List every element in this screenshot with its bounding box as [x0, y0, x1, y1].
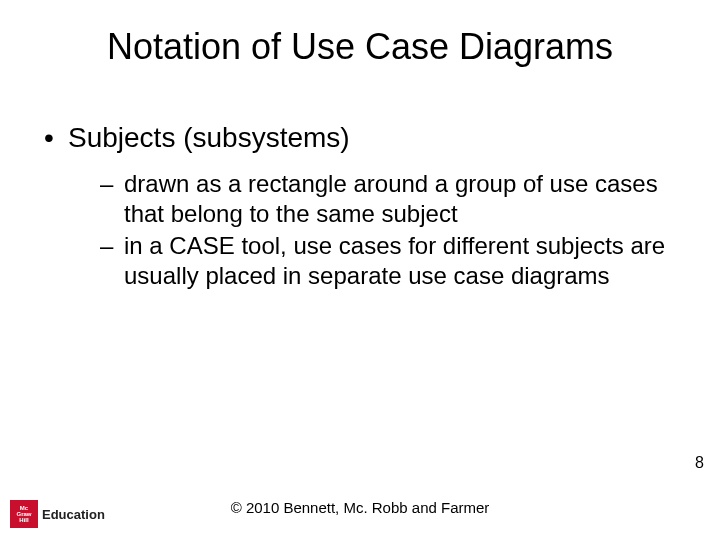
slide: Notation of Use Case Diagrams Subjects (… [0, 0, 720, 540]
slide-body: Subjects (subsystems) drawn as a rectang… [40, 120, 680, 301]
sub-bullet-case-tool: in a CASE tool, use cases for different … [100, 231, 680, 291]
sub-bullet-rectangle: drawn as a rectangle around a group of u… [100, 169, 680, 229]
publisher-logo: Mc Graw Hill Education [10, 500, 105, 528]
page-number: 8 [695, 454, 704, 472]
bullet-text: Subjects (subsystems) [68, 122, 350, 153]
mcgraw-hill-icon: Mc Graw Hill [10, 500, 38, 528]
sub-bullet-text: drawn as a rectangle around a group of u… [124, 170, 658, 227]
logo-line-3: Hill [19, 517, 28, 523]
sub-bullet-list: drawn as a rectangle around a group of u… [68, 169, 680, 291]
copyright-text: © 2010 Bennett, Mc. Robb and Farmer [0, 499, 720, 516]
sub-bullet-text: in a CASE tool, use cases for different … [124, 232, 665, 289]
logo-brand-text: Education [42, 507, 105, 522]
slide-title: Notation of Use Case Diagrams [0, 26, 720, 68]
bullet-list: Subjects (subsystems) drawn as a rectang… [40, 120, 680, 291]
bullet-subjects: Subjects (subsystems) drawn as a rectang… [40, 120, 680, 291]
